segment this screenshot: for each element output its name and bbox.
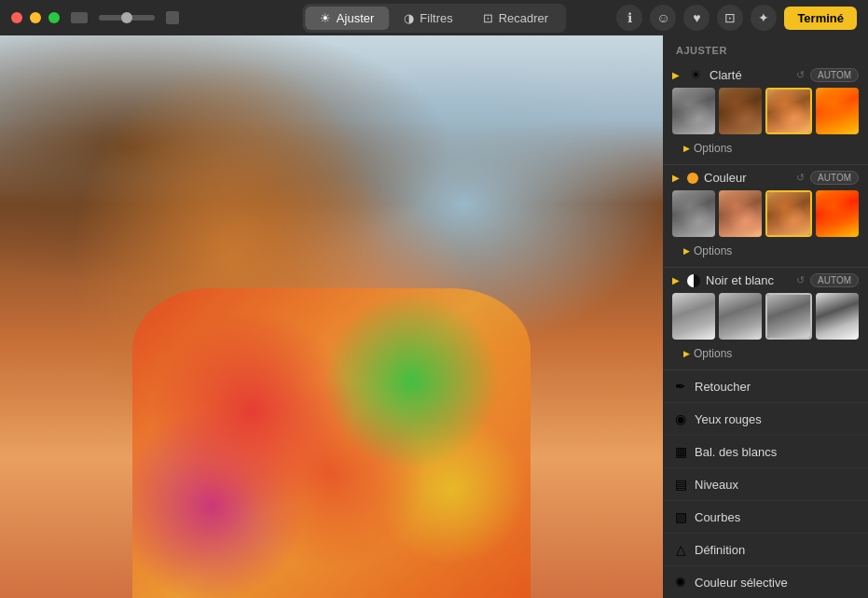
courbes-label: Courbes <box>695 510 740 524</box>
courbes-icon: ▧ <box>672 509 689 524</box>
noir-blanc-section: ▶ Noir et blanc ↺ AUTOM <box>663 268 868 370</box>
yeux-rouges-icon: ◉ <box>672 411 689 426</box>
noir-blanc-autom-badge[interactable]: AUTOM <box>810 273 859 287</box>
fit-screen-icon[interactable] <box>166 11 179 24</box>
tab-ajuster[interactable]: ☀ Ajuster <box>305 7 389 30</box>
clarte-autom-badge[interactable]: AUTOM <box>810 68 859 82</box>
clarte-thumbnails <box>663 86 868 140</box>
bal-blancs-icon: ▦ <box>672 444 689 459</box>
photo-area <box>0 35 663 598</box>
clarte-options-label: Options <box>694 142 732 155</box>
nb-thumb-4[interactable] <box>816 293 859 340</box>
sidebar-header: AJUSTER <box>663 35 868 62</box>
nb-thumb-2[interactable] <box>719 293 762 340</box>
niveaux-icon: ▤ <box>672 477 689 492</box>
clarte-thumb-2[interactable] <box>719 88 762 134</box>
maximize-button[interactable] <box>48 12 60 23</box>
couleur-section: ▶ Couleur ↺ AUTOM <box>663 165 868 268</box>
yeux-rouges-row[interactable]: ◉ Yeux rouges <box>663 403 868 436</box>
titlebar: ☀ Ajuster ◑ Filtres ⊡ Recadrer ℹ ☺ ♥ ⊡ ✦… <box>0 0 868 35</box>
couleur-header: ▶ Couleur ↺ AUTOM <box>663 165 868 188</box>
tools-button[interactable]: ✦ <box>751 5 777 31</box>
couleur-selective-icon: ✺ <box>672 575 689 590</box>
definition-row[interactable]: △ Définition <box>663 534 868 566</box>
titlebar-controls <box>71 11 179 24</box>
close-button[interactable] <box>11 12 22 23</box>
noir-blanc-reset-icon[interactable]: ↺ <box>796 274 805 286</box>
noir-blanc-chevron-icon: ▶ <box>672 275 682 285</box>
clarte-label: Clarté <box>710 68 791 82</box>
yeux-rouges-label: Yeux rouges <box>695 412 762 426</box>
couleur-reset-icon[interactable]: ↺ <box>796 172 805 184</box>
couleur-selective-label: Couleur sélective <box>695 576 788 590</box>
clarte-options-chevron-icon: ▶ <box>683 144 690 153</box>
info-button[interactable]: ℹ <box>616 5 642 31</box>
clarte-options[interactable]: ▶ Options <box>663 140 868 160</box>
bal-blancs-label: Bal. des blancs <box>695 445 777 459</box>
noir-blanc-label: Noir et blanc <box>706 273 791 287</box>
couleur-thumb-2[interactable] <box>719 190 762 237</box>
noir-blanc-thumbnails <box>663 291 868 345</box>
clarte-thumb-3[interactable] <box>765 88 812 134</box>
couleur-thumb-4[interactable] <box>816 190 859 237</box>
couleur-thumb-3[interactable] <box>765 190 812 237</box>
clarte-reset-icon[interactable]: ↺ <box>796 69 805 81</box>
retoucher-icon: ✒ <box>672 379 689 394</box>
clarte-thumb-4[interactable] <box>816 88 859 134</box>
clarte-sun-icon: ☀ <box>687 67 704 82</box>
noir-blanc-options[interactable]: ▶ Options <box>663 345 868 366</box>
couleur-dot-icon <box>687 173 698 184</box>
mode-tabs: ☀ Ajuster ◑ Filtres ⊡ Recadrer <box>302 4 566 33</box>
sidebar-toggle-icon[interactable] <box>71 12 88 23</box>
noir-blanc-header: ▶ Noir et blanc ↺ AUTOM <box>663 268 868 291</box>
nb-options-chevron-icon: ▶ <box>683 349 690 358</box>
nb-thumb-1[interactable] <box>672 293 715 340</box>
definition-label: Définition <box>695 543 745 557</box>
titlebar-right: ℹ ☺ ♥ ⊡ ✦ Terminé <box>616 5 857 31</box>
niveaux-row[interactable]: ▤ Niveaux <box>663 468 868 501</box>
definition-icon: △ <box>672 542 689 557</box>
couleur-options-label: Options <box>694 244 732 257</box>
photo-display <box>0 35 663 598</box>
nb-options-label: Options <box>694 347 732 360</box>
clarte-section: ▶ ☀ Clarté ↺ AUTOM <box>663 62 868 165</box>
done-button[interactable]: Terminé <box>784 7 857 30</box>
noir-blanc-circle-icon <box>687 274 700 287</box>
main-content: AJUSTER ▶ ☀ Clarté ↺ AUTOM <box>0 35 868 598</box>
retoucher-row[interactable]: ✒ Retoucher <box>663 370 868 403</box>
zoom-slider[interactable] <box>99 15 155 21</box>
couleur-options-chevron-icon: ▶ <box>683 246 690 256</box>
tab-recadrer[interactable]: ⊡ Recadrer <box>468 7 563 30</box>
adjust-sidebar: AJUSTER ▶ ☀ Clarté ↺ AUTOM <box>663 35 868 598</box>
tab-filtres[interactable]: ◑ Filtres <box>389 7 467 30</box>
couleur-thumbnails <box>663 188 868 243</box>
couleur-autom-badge[interactable]: AUTOM <box>810 171 859 185</box>
share-button[interactable]: ⊡ <box>717 5 743 31</box>
bal-blancs-row[interactable]: ▦ Bal. des blancs <box>663 436 868 468</box>
couleur-options[interactable]: ▶ Options <box>663 243 868 263</box>
traffic-lights <box>11 12 60 23</box>
filtres-icon: ◑ <box>404 11 414 25</box>
courbes-row[interactable]: ▧ Courbes <box>663 501 868 534</box>
minimize-button[interactable] <box>30 12 41 23</box>
photo-dress-overlay <box>132 288 530 598</box>
nb-thumb-3[interactable] <box>765 293 812 340</box>
couleur-chevron-icon: ▶ <box>672 173 682 183</box>
couleur-thumb-1[interactable] <box>672 190 715 237</box>
clarte-header: ▶ ☀ Clarté ↺ AUTOM <box>663 62 868 86</box>
ajuster-icon: ☀ <box>320 11 331 25</box>
favorite-button[interactable]: ♥ <box>683 5 710 31</box>
clarte-chevron-icon: ▶ <box>672 70 682 80</box>
niveaux-label: Niveaux <box>695 478 738 492</box>
retoucher-label: Retoucher <box>695 380 751 394</box>
couleur-selective-row[interactable]: ✺ Couleur sélective <box>663 566 868 598</box>
face-button[interactable]: ☺ <box>650 5 676 31</box>
recadrer-icon: ⊡ <box>483 11 493 25</box>
couleur-label: Couleur <box>704 171 791 185</box>
clarte-thumb-1[interactable] <box>672 88 715 134</box>
